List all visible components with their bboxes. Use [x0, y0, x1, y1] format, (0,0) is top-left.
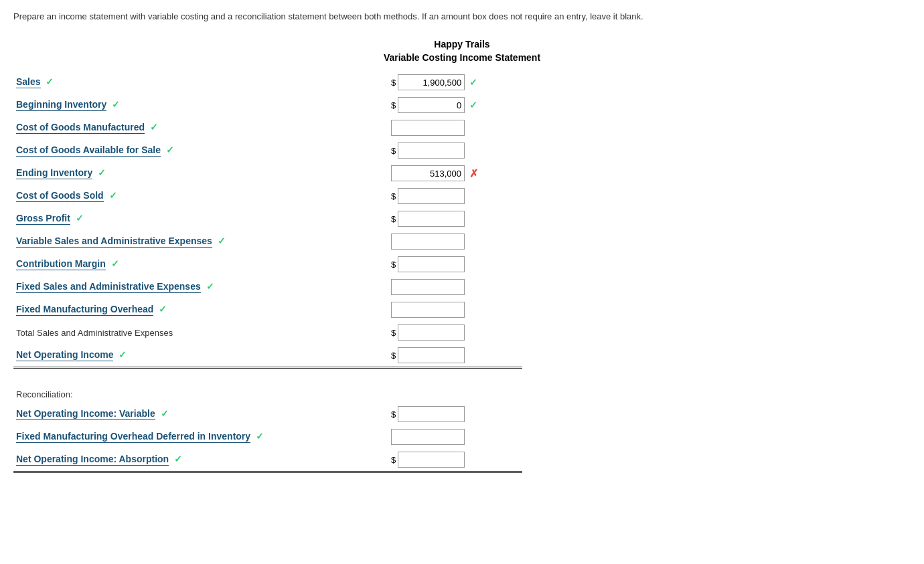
input-noi_variable[interactable] [398, 406, 465, 422]
check-icon-net_operating_income: ✓ [116, 349, 127, 360]
input-noi_absorption[interactable] [398, 452, 465, 468]
table-row: Cost of Goods Sold ✓$ [13, 185, 522, 207]
field-label-total_sales_admin: Total Sales and Administrative Expenses [16, 328, 173, 338]
table-row: Gross Profit ✓$ [13, 207, 522, 230]
table-row: Net Operating Income: Absorption ✓$ [13, 448, 522, 472]
dollar-sign-net_operating_income: $ [391, 351, 396, 361]
check-icon-fixed_sales_admin: ✓ [204, 281, 214, 292]
input-contribution_margin[interactable] [398, 256, 465, 272]
input-cost_of_goods_manufactured[interactable] [391, 120, 465, 136]
dollar-sign-total_sales_admin: $ [391, 328, 396, 338]
field-label-fixed_sales_admin[interactable]: Fixed Sales and Administrative Expenses [16, 281, 201, 293]
input-variable_sales_admin[interactable] [391, 233, 465, 250]
reconciliation-header: Reconciliation: [16, 389, 73, 399]
input-fixed_sales_admin[interactable] [391, 279, 465, 295]
table-row: Net Operating Income ✓$ [13, 344, 522, 368]
reconciliation-table: Reconciliation:Net Operating Income: Var… [13, 379, 522, 473]
check-icon-gross_profit: ✓ [73, 213, 84, 223]
input-sales[interactable] [398, 74, 465, 90]
input-gross_profit[interactable] [398, 211, 465, 227]
field-label-noi_variable[interactable]: Net Operating Income: Variable [16, 408, 155, 420]
input-fixed_mfg_deferred[interactable] [391, 429, 465, 445]
field-label-variable_sales_admin[interactable]: Variable Sales and Administrative Expens… [16, 236, 212, 248]
input-total_sales_admin[interactable] [398, 324, 465, 341]
table-row: Total Sales and Administrative Expenses$ [13, 321, 522, 344]
field-label-beginning_inventory[interactable]: Beginning Inventory [16, 99, 106, 111]
check-icon-variable_sales_admin: ✓ [215, 236, 226, 246]
value-check-icon-beginning_inventory: ✓ [469, 100, 477, 110]
company-name: Happy Trails [13, 39, 911, 50]
input-cost_of_goods_available[interactable] [398, 143, 465, 159]
field-label-noi_absorption[interactable]: Net Operating Income: Absorption [16, 454, 169, 466]
table-row: Cost of Goods Manufactured ✓ [13, 116, 522, 139]
table-row: Fixed Manufacturing Overhead ✓ [13, 298, 522, 321]
field-label-fixed_mfg_deferred[interactable]: Fixed Manufacturing Overhead Deferred in… [16, 431, 250, 443]
field-label-cost_of_goods_available[interactable]: Cost of Goods Available for Sale [16, 145, 161, 157]
input-beginning_inventory[interactable] [398, 97, 465, 113]
check-icon-cost_of_goods_sold: ✓ [106, 190, 117, 201]
dollar-sign-noi_absorption: $ [391, 455, 396, 465]
table-row: Fixed Manufacturing Overhead Deferred in… [13, 426, 522, 448]
input-net_operating_income[interactable] [398, 347, 465, 363]
dollar-sign-sales: $ [391, 78, 396, 88]
check-icon-cost_of_goods_manufactured: ✓ [147, 122, 158, 132]
check-icon-fixed_mfg_deferred: ✓ [253, 431, 264, 442]
dollar-sign-beginning_inventory: $ [391, 100, 396, 110]
check-icon-ending_inventory: ✓ [95, 167, 106, 178]
table-row: Fixed Sales and Administrative Expenses … [13, 276, 522, 298]
field-label-sales[interactable]: Sales [16, 76, 41, 88]
check-icon-fixed_mfg_overhead: ✓ [156, 304, 167, 314]
dollar-sign-cost_of_goods_sold: $ [391, 191, 396, 201]
check-icon-beginning_inventory: ✓ [109, 99, 120, 110]
value-x-icon-ending_inventory: ✗ [469, 167, 478, 180]
field-label-cost_of_goods_sold[interactable]: Cost of Goods Sold [16, 190, 104, 202]
table-row: Ending Inventory ✓✗ [13, 162, 522, 185]
input-fixed_mfg_overhead[interactable] [391, 302, 465, 318]
table-row: Cost of Goods Available for Sale ✓$ [13, 139, 522, 162]
value-check-icon-sales: ✓ [469, 77, 477, 88]
field-label-cost_of_goods_manufactured[interactable]: Cost of Goods Manufactured [16, 122, 145, 134]
dollar-sign-cost_of_goods_available: $ [391, 146, 396, 156]
check-icon-cost_of_goods_available: ✓ [163, 145, 174, 155]
field-label-contribution_margin[interactable]: Contribution Margin [16, 258, 106, 270]
check-icon-noi_absorption: ✓ [171, 454, 182, 464]
field-label-net_operating_income[interactable]: Net Operating Income [16, 349, 113, 361]
dollar-sign-noi_variable: $ [391, 409, 396, 419]
check-icon-contribution_margin: ✓ [108, 258, 119, 269]
check-icon-sales: ✓ [44, 76, 54, 87]
table-row: Beginning Inventory ✓$✓ [13, 94, 522, 116]
table-row: Sales ✓$✓ [13, 71, 522, 94]
income-statement-table: Sales ✓$✓Beginning Inventory ✓$✓Cost of … [13, 71, 522, 369]
field-label-ending_inventory[interactable]: Ending Inventory [16, 167, 92, 179]
reconciliation-header-row: Reconciliation: [13, 379, 522, 403]
instructions-text: Prepare an income statement with variabl… [13, 11, 911, 23]
dollar-sign-contribution_margin: $ [391, 260, 396, 270]
statement-title: Variable Costing Income Statement [13, 52, 911, 63]
table-row: Variable Sales and Administrative Expens… [13, 230, 522, 253]
input-cost_of_goods_sold[interactable] [398, 188, 465, 204]
field-label-gross_profit[interactable]: Gross Profit [16, 213, 70, 225]
field-label-fixed_mfg_overhead[interactable]: Fixed Manufacturing Overhead [16, 304, 153, 316]
input-ending_inventory[interactable] [391, 165, 465, 181]
table-row: Contribution Margin ✓$ [13, 253, 522, 276]
dollar-sign-gross_profit: $ [391, 214, 396, 224]
check-icon-noi_variable: ✓ [158, 408, 169, 419]
table-row: Net Operating Income: Variable ✓$ [13, 403, 522, 426]
